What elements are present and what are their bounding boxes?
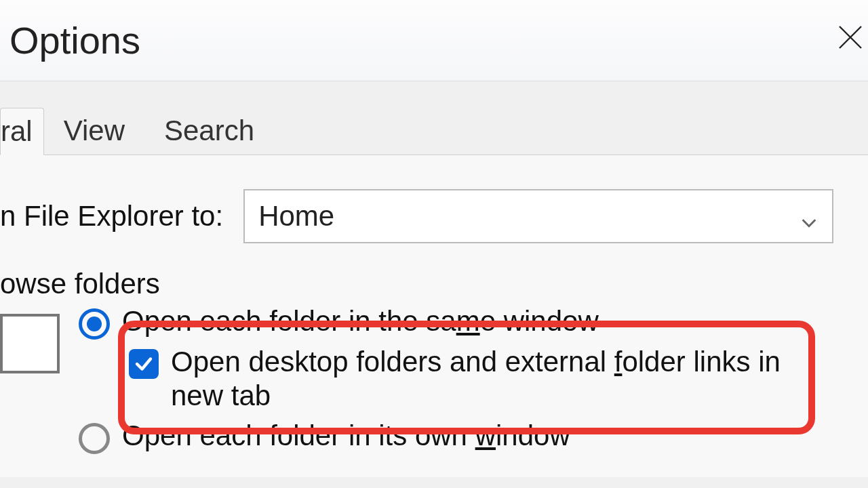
open-to-select[interactable]: Home bbox=[243, 189, 833, 243]
checkbox-checked-icon bbox=[129, 349, 159, 379]
tab-view[interactable]: View bbox=[44, 107, 144, 155]
browse-folders-group-label: owse folders bbox=[0, 268, 848, 300]
tab-general[interactable]: ral bbox=[0, 108, 44, 155]
open-to-label: n File Explorer to: bbox=[0, 200, 223, 232]
tab-search[interactable]: Search bbox=[144, 107, 274, 155]
checkbox-open-new-tab[interactable]: Open desktop folders and external folder… bbox=[129, 345, 848, 413]
radio-own-window[interactable]: Open each folder in its own window bbox=[79, 419, 848, 454]
window-title: Options bbox=[9, 18, 140, 62]
open-to-selected-value: Home bbox=[258, 200, 334, 232]
tab-panel-general: n File Explorer to: Home owse folders Op… bbox=[0, 155, 868, 477]
open-file-explorer-to-row: n File Explorer to: Home bbox=[0, 189, 848, 243]
title-bar: Options bbox=[0, 0, 868, 81]
browse-folders-group: Open each folder in the same window Open… bbox=[0, 300, 848, 457]
close-icon[interactable] bbox=[834, 16, 867, 66]
radio-same-window[interactable]: Open each folder in the same window bbox=[79, 304, 848, 340]
checkbox-open-new-tab-label: Open desktop folders and external folder… bbox=[171, 345, 781, 413]
chevron-down-icon bbox=[800, 207, 818, 226]
folder-preview-icon bbox=[0, 314, 60, 373]
browse-folders-options: Open each folder in the same window Open… bbox=[79, 300, 848, 457]
tab-strip: ral View Search bbox=[0, 81, 868, 155]
radio-own-window-label: Open each folder in its own window bbox=[122, 419, 570, 453]
radio-selected-icon bbox=[79, 308, 110, 340]
radio-unselected-icon bbox=[79, 423, 110, 454]
radio-same-window-label: Open each folder in the same window bbox=[122, 304, 599, 338]
